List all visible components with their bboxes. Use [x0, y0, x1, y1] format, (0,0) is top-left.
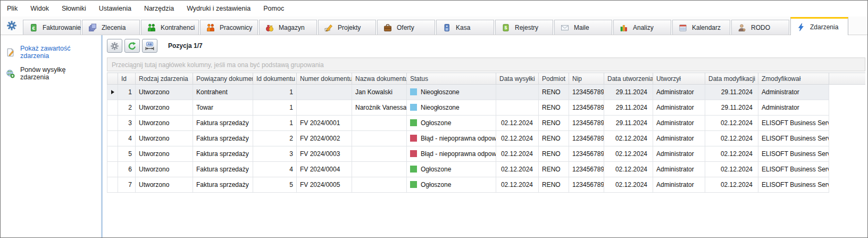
cell-modyfikacji[interactable]: 29.11.2024: [705, 100, 758, 116]
cell-status[interactable]: Nieogłoszone: [407, 85, 496, 100]
cell-modyfikacji[interactable]: 02.12.2024: [705, 146, 758, 162]
cell-id[interactable]: 6: [118, 162, 136, 177]
cell-utworzenia[interactable]: 29.11.2024: [604, 116, 653, 131]
cell-powiazany[interactable]: Faktura sprzedaży: [193, 131, 253, 146]
cell-numer[interactable]: [297, 85, 352, 100]
cell-nazwa[interactable]: [352, 116, 407, 131]
cell-nip[interactable]: 1234567890: [569, 100, 604, 116]
cell-wysylka[interactable]: 02.12.2024: [496, 177, 539, 193]
tab-projekty[interactable]: Projekty: [318, 20, 376, 35]
cell-status[interactable]: Ogłoszone: [407, 177, 496, 193]
table-row[interactable]: 6UtworzonoFaktura sprzedaży4FV 2024/0004…: [107, 162, 866, 177]
tab-oferty[interactable]: Oferty: [377, 20, 435, 35]
tab-maile[interactable]: Maile: [554, 20, 612, 35]
tab-rodo[interactable]: RODO: [731, 20, 789, 35]
cell-id[interactable]: 5: [118, 146, 136, 162]
cell-nip[interactable]: 1234567890: [569, 85, 604, 100]
cell-numer[interactable]: FV 2024/0001: [297, 116, 352, 131]
cell-utworzenia[interactable]: 29.11.2024: [604, 100, 653, 116]
menu-item-pomoc[interactable]: Pomoc: [263, 5, 284, 12]
cell-id_dok[interactable]: 2: [253, 131, 297, 146]
cell-powiazany[interactable]: Faktura sprzedaży: [193, 146, 253, 162]
grid-settings-button[interactable]: [107, 39, 122, 53]
cell-utworzyl[interactable]: Administrator: [653, 85, 705, 100]
cell-numer[interactable]: FV 2024/0003: [297, 146, 352, 162]
cell-podmiot[interactable]: RENO: [539, 131, 569, 146]
column-header-status[interactable]: Status: [407, 73, 496, 85]
cell-id[interactable]: 3: [118, 116, 136, 131]
cell-modyfikacji[interactable]: 02.12.2024: [705, 177, 758, 193]
cell-utworzyl[interactable]: Administrator: [653, 162, 705, 177]
sidebar-item-resend-event[interactable]: Ponów wysyłkę zdarzenia: [1, 63, 101, 84]
cell-zmodyfikowal[interactable]: ELISOFT Business Server: [758, 116, 829, 131]
column-header-id_dok[interactable]: Id dokumentu: [253, 73, 297, 85]
cell-rodzaj[interactable]: Utworzono: [136, 131, 193, 146]
cell-nip[interactable]: 1234567890: [569, 146, 604, 162]
tab-kontrahenci[interactable]: Kontrahenci: [141, 20, 199, 35]
cell-rodzaj[interactable]: Utworzono: [136, 100, 193, 116]
column-header-wysylka[interactable]: Data wysyłki: [496, 73, 539, 85]
cell-zmodyfikowal[interactable]: ELISOFT Business Server: [758, 162, 829, 177]
cell-nazwa[interactable]: [352, 131, 407, 146]
cell-powiazany[interactable]: Faktura sprzedaży: [193, 177, 253, 193]
cell-id_dok[interactable]: 3: [253, 146, 297, 162]
menu-item-narzedzia[interactable]: Narzędzia: [144, 5, 174, 12]
cell-utworzenia[interactable]: 02.12.2024: [604, 177, 653, 193]
cell-powiazany[interactable]: Faktura sprzedaży: [193, 116, 253, 131]
cell-rodzaj[interactable]: Utworzono: [136, 146, 193, 162]
cell-podmiot[interactable]: RENO: [539, 146, 569, 162]
cell-rodzaj[interactable]: Utworzono: [136, 162, 193, 177]
sidebar-item-show-event-content[interactable]: Pokaż zawartość zdarzenia: [1, 42, 101, 63]
cell-wysylka[interactable]: [496, 85, 539, 100]
cell-powiazany[interactable]: Faktura sprzedaży: [193, 162, 253, 177]
tab-pracownicy[interactable]: Pracownicy: [200, 20, 258, 35]
column-header-utworzyl[interactable]: Utworzył: [653, 73, 705, 85]
cell-numer[interactable]: FV 2024/0002: [297, 131, 352, 146]
column-header-nip[interactable]: Nip: [569, 73, 604, 85]
cell-wysylka[interactable]: 02.12.2024: [496, 146, 539, 162]
tab-rejestry[interactable]: $Rejestry: [495, 20, 553, 35]
cell-id_dok[interactable]: 1: [253, 85, 297, 100]
cell-modyfikacji[interactable]: 02.12.2024: [705, 116, 758, 131]
tab-analizy[interactable]: Analizy: [613, 20, 671, 35]
cell-nip[interactable]: 1234567890: [569, 131, 604, 146]
cell-zmodyfikowal[interactable]: ELISOFT Business Server: [758, 177, 829, 193]
cell-podmiot[interactable]: RENO: [539, 100, 569, 116]
column-header-numer[interactable]: Numer dokumentu: [297, 73, 352, 85]
cell-nip[interactable]: 1234567890: [569, 116, 604, 131]
cell-zmodyfikowal[interactable]: ELISOFT Business Server: [758, 146, 829, 162]
cell-nip[interactable]: 1234567890: [569, 162, 604, 177]
menu-item-plik[interactable]: Plik: [7, 5, 18, 12]
table-row[interactable]: 7UtworzonoFaktura sprzedaży5FV 2024/0005…: [107, 177, 866, 193]
cell-status[interactable]: Błąd - niepoprawna odpowiedź: [407, 146, 496, 162]
cell-utworzenia[interactable]: 02.12.2024: [604, 131, 653, 146]
group-by-panel[interactable]: Przeciągnij tutaj nagłówek kolumny, jeśl…: [107, 58, 865, 71]
tab-magazyn[interactable]: Magazyn: [259, 20, 317, 35]
cell-podmiot[interactable]: RENO: [539, 162, 569, 177]
table-row[interactable]: 5UtworzonoFaktura sprzedaży3FV 2024/0003…: [107, 146, 866, 162]
menu-item-slowniki[interactable]: Słowniki: [62, 5, 86, 12]
best-fit-columns-button[interactable]: AB: [142, 39, 157, 53]
cell-wysylka[interactable]: 02.12.2024: [496, 131, 539, 146]
cell-powiazany[interactable]: Towar: [193, 100, 253, 116]
cell-nip[interactable]: 1234567890: [569, 177, 604, 193]
cell-wysylka[interactable]: [496, 100, 539, 116]
menu-item-widok[interactable]: Widok: [30, 5, 49, 12]
column-header-rodzaj[interactable]: Rodzaj zdarzenia: [136, 73, 193, 85]
cell-nazwa[interactable]: Narożnik Vanessa: [352, 100, 407, 116]
cell-id_dok[interactable]: 4: [253, 162, 297, 177]
cell-nazwa[interactable]: [352, 162, 407, 177]
cell-utworzenia[interactable]: 02.12.2024: [604, 146, 653, 162]
cell-modyfikacji[interactable]: 02.12.2024: [705, 162, 758, 177]
cell-id[interactable]: 2: [118, 100, 136, 116]
column-header-zmodyfikowal[interactable]: Zmodyfikował: [758, 73, 829, 85]
app-settings-button[interactable]: [1, 17, 23, 35]
cell-status[interactable]: Ogłoszone: [407, 116, 496, 131]
cell-podmiot[interactable]: RENO: [539, 85, 569, 100]
column-header-utworzenia[interactable]: Data utworzenia: [604, 73, 653, 85]
cell-id_dok[interactable]: 1: [253, 100, 297, 116]
tab-fakturowanie[interactable]: €Fakturowanie: [23, 20, 81, 35]
cell-rodzaj[interactable]: Utworzono: [136, 116, 193, 131]
cell-wysylka[interactable]: 02.12.2024: [496, 116, 539, 131]
column-header-powiazany[interactable]: Powiązany dokument: [193, 73, 253, 85]
